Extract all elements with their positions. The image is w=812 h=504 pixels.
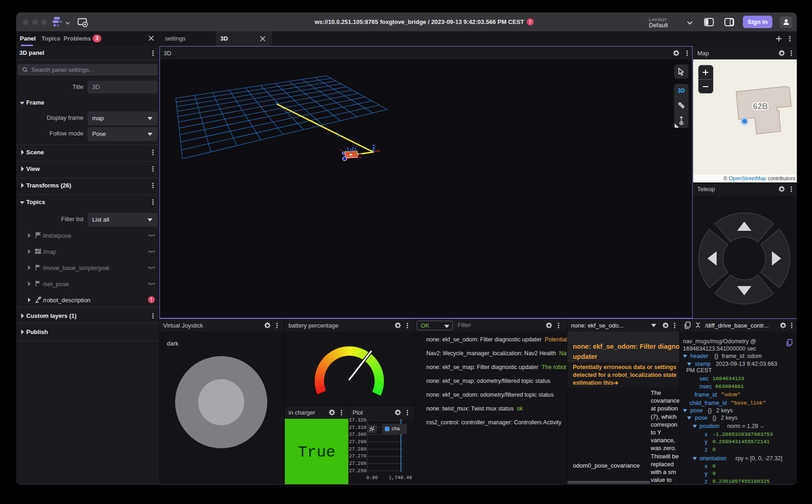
svg-text:62B: 62B [753,102,768,111]
